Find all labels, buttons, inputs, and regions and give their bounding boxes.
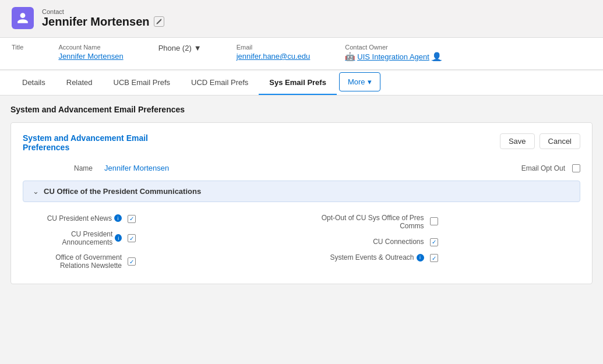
- cu-president-announcements-info-icon[interactable]: i: [115, 234, 122, 242]
- tab-details[interactable]: Details: [12, 71, 56, 95]
- account-name-value[interactable]: Jennifer Mortensen: [58, 52, 123, 61]
- record-fields-bar: Title Account Name Jennifer Mortensen Ph…: [0, 38, 603, 70]
- field-row-0: CU President eNews i: [23, 210, 302, 227]
- email-opt-out-label: Email Opt Out: [521, 164, 565, 172]
- section-title: System and Advancement Email Preferences: [10, 105, 593, 114]
- fields-grid: CU President eNews i CU President Announ…: [23, 210, 580, 273]
- field-row-right-0: Opt-Out of CU Sys Office of Pres Comms: [302, 210, 581, 234]
- cu-president-announcements-value: [128, 234, 136, 243]
- email-field: Email jennifer.hane@cu.edu: [237, 44, 311, 61]
- email-opt-out-checkbox[interactable]: [572, 164, 580, 172]
- cu-connections-value: [430, 237, 438, 246]
- card-actions: Save Cancel: [500, 133, 580, 149]
- phone-dropdown-arrow: ▼: [194, 44, 202, 52]
- tab-more[interactable]: More ▾: [339, 72, 380, 91]
- system-events-info-icon[interactable]: i: [417, 254, 424, 261]
- record-title: Jennifer Mortensen: [42, 15, 164, 29]
- tab-ucb[interactable]: UCB Email Prefs: [103, 71, 181, 95]
- contact-icon: [12, 7, 34, 29]
- title-label: Title: [12, 44, 23, 51]
- cu-president-enews-info-icon[interactable]: i: [114, 214, 122, 222]
- tab-sys[interactable]: Sys Email Prefs: [259, 71, 337, 95]
- phone-label[interactable]: Phone (2) ▼: [158, 44, 202, 52]
- account-name-field: Account Name Jennifer Mortensen: [58, 44, 123, 61]
- title-field: Title: [12, 44, 23, 52]
- name-label: Name: [23, 164, 93, 172]
- cu-president-announcements-label: CU President Announcements: [29, 230, 112, 246]
- page-header: Contact Jennifer Mortensen: [0, 0, 603, 38]
- field-row-right-2: System Events & Outreach i: [302, 250, 581, 266]
- cu-president-enews-label: CU President eNews: [47, 214, 112, 222]
- tabs-bar: Details Related UCB Email Prefs UCD Emai…: [0, 71, 603, 96]
- owner-icon2: 👤: [432, 52, 442, 61]
- collapse-chevron-icon: ⌄: [33, 187, 39, 196]
- govt-relations-label: Office of Government Relations Newslette: [29, 253, 122, 270]
- phone-field: Phone (2) ▼: [158, 44, 202, 52]
- opt-out-checkbox[interactable]: [430, 217, 438, 225]
- system-events-label: System Events & Outreach: [330, 253, 414, 261]
- govt-relations-checkbox[interactable]: [128, 257, 136, 266]
- card-header: System and Advancement Email Preferences…: [23, 133, 580, 152]
- save-button[interactable]: Save: [500, 133, 535, 149]
- cu-president-enews-checkbox[interactable]: [128, 215, 136, 223]
- owner-label: Contact Owner: [345, 44, 442, 51]
- name-row: Name Jennifer Mortensen Email Opt Out: [23, 164, 580, 172]
- field-row-2: Office of Government Relations Newslette: [23, 250, 302, 273]
- field-row-right-1: CU Connections: [302, 234, 581, 250]
- opt-out-value: [430, 217, 438, 227]
- field-row-1: CU President Announcements i: [23, 227, 302, 250]
- card-title: System and Advancement Email Preferences: [23, 133, 151, 152]
- email-prefs-card: System and Advancement Email Preferences…: [10, 122, 593, 284]
- cu-president-enews-value: [128, 214, 136, 223]
- account-name-label: Account Name: [58, 44, 123, 51]
- email-opt-out-group: Email Opt Out: [521, 164, 580, 172]
- cu-connections-checkbox[interactable]: [430, 238, 438, 246]
- contact-name: Jennifer Mortensen: [42, 15, 149, 29]
- more-chevron-icon: ▾: [368, 77, 372, 86]
- cu-connections-label: CU Connections: [373, 238, 424, 246]
- right-fields: Opt-Out of CU Sys Office of Pres Comms C…: [302, 210, 581, 273]
- system-events-value: [430, 253, 438, 263]
- header-meta: Contact Jennifer Mortensen: [42, 8, 164, 29]
- agent-icon: 🤖: [345, 52, 355, 61]
- cu-president-announcements-checkbox[interactable]: [128, 234, 136, 242]
- edit-icon[interactable]: [154, 16, 164, 27]
- opt-out-label: Opt-Out of CU Sys Office of Pres Comms: [308, 214, 424, 230]
- owner-value-group: 🤖 UIS Integration Agent 👤: [345, 52, 442, 61]
- collapse-section[interactable]: ⌄ CU Office of the President Communicati…: [23, 181, 580, 202]
- owner-name[interactable]: UIS Integration Agent: [357, 52, 429, 61]
- email-label: Email: [237, 44, 311, 51]
- left-fields: CU President eNews i CU President Announ…: [23, 210, 302, 273]
- tab-ucd[interactable]: UCD Email Prefs: [181, 71, 259, 95]
- system-events-checkbox[interactable]: [430, 254, 438, 262]
- govt-relations-value: [128, 257, 136, 266]
- email-value[interactable]: jennifer.hane@cu.edu: [237, 52, 311, 61]
- owner-field: Contact Owner 🤖 UIS Integration Agent 👤: [345, 44, 442, 61]
- cancel-button[interactable]: Cancel: [539, 133, 580, 149]
- name-value: Jennifer Mortensen: [104, 164, 169, 172]
- collapse-title: CU Office of the President Communication…: [44, 187, 201, 196]
- record-type-label: Contact: [42, 8, 164, 15]
- tab-related[interactable]: Related: [56, 71, 103, 95]
- main-content: System and Advancement Email Preferences…: [0, 96, 603, 355]
